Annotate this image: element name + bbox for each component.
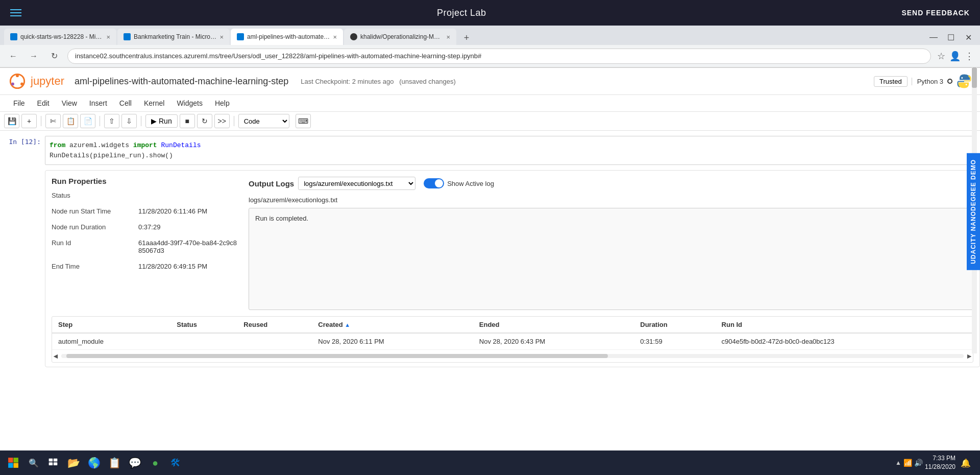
taskview-button[interactable] — [44, 454, 62, 472]
col-header-status: Status — [170, 317, 237, 333]
browser-chrome: quick-starts-ws-128228 - Microsof... × B… — [0, 26, 980, 68]
ie-icon[interactable]: 🌎 — [85, 454, 103, 472]
browser-tab-3[interactable]: aml-pipelines-with-automated-m... × — [231, 29, 343, 45]
menu-cell[interactable]: Cell — [114, 97, 137, 109]
cell-code-content[interactable]: from azureml.widgets import RunDetails R… — [45, 136, 976, 165]
browser-tab-2[interactable]: Bankmarketing Train - Microsoft... × — [117, 29, 230, 45]
cut-button[interactable]: ✄ — [45, 114, 61, 128]
kernel-indicator: Python 3 — [912, 78, 943, 85]
tabs-bar: quick-starts-ws-128228 - Microsof... × B… — [0, 26, 980, 45]
hamburger-menu[interactable] — [10, 9, 21, 16]
steps-table-container[interactable]: Step Status Reused Created ▲ Ended Durat… — [52, 316, 973, 363]
prop-value-run-id: 61aaa4dd-39f7-470e-ba84-2c9c885067d3 — [138, 239, 240, 254]
browser-tab-4[interactable]: khalidw/Operationalizing-Machi... × — [344, 29, 456, 45]
stop-button[interactable]: ■ — [180, 114, 195, 128]
scroll-left-arrow[interactable]: ◄ — [52, 352, 59, 360]
cell-type-select[interactable]: Code — [238, 114, 289, 128]
teams-icon[interactable]: 💬 — [126, 454, 144, 472]
minimize-button[interactable]: — — [926, 30, 941, 45]
tab-close-2[interactable]: × — [219, 33, 224, 41]
back-button[interactable]: ← — [6, 49, 20, 63]
explorer-icon[interactable]: 📂 — [64, 454, 83, 472]
table-scroll-bar[interactable]: ◄ ► — [52, 350, 973, 362]
network-icon[interactable]: 📶 — [903, 459, 912, 467]
maximize-button[interactable]: ☐ — [943, 30, 959, 45]
svg-rect-13 — [54, 462, 58, 465]
jupyter-logo: jupyter — [8, 72, 64, 90]
profile-icon[interactable]: 👤 — [949, 51, 961, 62]
menu-file[interactable]: File — [8, 97, 30, 109]
move-down-button[interactable]: ⇩ — [121, 114, 137, 128]
volume-icon[interactable]: 🔊 — [914, 459, 923, 467]
menu-edit[interactable]: Edit — [32, 97, 55, 109]
settings-icon[interactable]: ⋮ — [965, 51, 974, 62]
url-input[interactable]: instance02.southcentralus.instances.azur… — [67, 49, 931, 64]
trusted-badge[interactable]: Trusted — [874, 76, 908, 87]
tab-title-3: aml-pipelines-with-automated-m... — [247, 33, 330, 40]
paste-button[interactable]: 📄 — [80, 114, 95, 128]
send-feedback-button[interactable]: SEND FEEDBACK — [901, 9, 970, 17]
chrome-icon[interactable]: ● — [146, 454, 164, 472]
prop-value-start-time: 11/28/2020 6:11:46 PM — [138, 207, 207, 215]
keyword-import: import — [133, 141, 157, 149]
tab-close-3[interactable]: × — [333, 33, 337, 41]
copy-button[interactable]: 📋 — [63, 114, 78, 128]
steps-table-section: Step Status Reused Created ▲ Ended Durat… — [45, 316, 979, 367]
notebook-title[interactable]: aml-pipelines-with-automated-machine-lea… — [75, 76, 288, 87]
col-header-reused: Reused — [237, 317, 312, 333]
menu-widgets[interactable]: Widgets — [172, 97, 208, 109]
svg-point-3 — [11, 83, 14, 86]
window-controls: — ☐ ✕ — [926, 30, 976, 45]
url-text: instance02.southcentralus.instances.azur… — [75, 52, 481, 60]
vscode-icon[interactable]: 🛠 — [166, 454, 185, 472]
tab-favicon-1 — [10, 33, 17, 40]
menu-insert[interactable]: Insert — [84, 97, 112, 109]
show-active-log-toggle[interactable] — [424, 178, 444, 188]
run-props-section: Run Properties Status Node run Start Tim… — [45, 171, 979, 316]
output-logs-header: Output Logs logs/azureml/executionlogs.t… — [249, 177, 973, 190]
keyboard-button[interactable]: ⌨ — [296, 114, 311, 128]
svg-point-1 — [16, 74, 19, 77]
restart-run-button[interactable]: >> — [214, 114, 230, 128]
menu-kernel[interactable]: Kernel — [139, 97, 169, 109]
created-sort-icon[interactable]: ▲ — [345, 322, 350, 328]
reload-button[interactable]: ↻ — [47, 49, 61, 63]
menu-view[interactable]: View — [57, 97, 82, 109]
menu-help[interactable]: Help — [210, 97, 235, 109]
search-button[interactable]: 🔍 — [24, 454, 43, 472]
new-tab-button[interactable]: + — [459, 31, 474, 45]
notification-button[interactable]: 🔔 — [958, 455, 974, 471]
run-button[interactable]: ▶ Run — [145, 114, 178, 128]
tab-title-4: khalidw/Operationalizing-Machi... — [360, 33, 443, 40]
forward-button[interactable]: → — [27, 49, 41, 63]
files-icon[interactable]: 📋 — [105, 454, 124, 472]
time-display: 7:33 PM — [925, 454, 955, 463]
tray-chevron[interactable]: ▲ — [895, 459, 901, 466]
system-tray: ▲ 📶 🔊 7:33 PM 11/28/2020 🔔 — [891, 454, 978, 471]
scroll-track — [61, 354, 964, 358]
tab-close-4[interactable]: × — [446, 33, 450, 41]
prop-label-end-time: End Time — [52, 263, 138, 270]
close-window-button[interactable]: ✕ — [961, 30, 976, 45]
prop-label-duration: Node run Duration — [52, 223, 138, 231]
clock[interactable]: 7:33 PM 11/28/2020 — [925, 454, 955, 471]
scrollbar-thumb[interactable] — [972, 67, 977, 88]
restart-button[interactable]: ↻ — [197, 114, 212, 128]
address-bar: ← → ↻ instance02.southcentralus.instance… — [0, 45, 980, 67]
logs-select[interactable]: logs/azureml/executionlogs.txt — [298, 177, 415, 190]
move-up-button[interactable]: ⇧ — [104, 114, 119, 128]
tab-close-1[interactable]: × — [106, 33, 110, 41]
prop-row-status: Status — [52, 192, 240, 199]
log-content-area: Run is completed. — [249, 208, 973, 310]
browser-tab-1[interactable]: quick-starts-ws-128228 - Microsof... × — [4, 29, 116, 45]
right-sidebar-tab[interactable]: UDACITY NANODEGREE DEMO — [967, 153, 980, 270]
jupyter-brand: jupyter — [31, 75, 64, 88]
svg-point-2 — [20, 83, 23, 86]
svg-rect-7 — [13, 458, 18, 462]
save-button[interactable]: 💾 — [4, 114, 19, 128]
windows-logo-icon — [8, 457, 19, 468]
add-cell-button[interactable]: + — [21, 114, 37, 128]
start-button[interactable] — [2, 452, 24, 474]
python-icon — [957, 74, 972, 89]
bookmark-icon[interactable]: ☆ — [937, 51, 945, 62]
